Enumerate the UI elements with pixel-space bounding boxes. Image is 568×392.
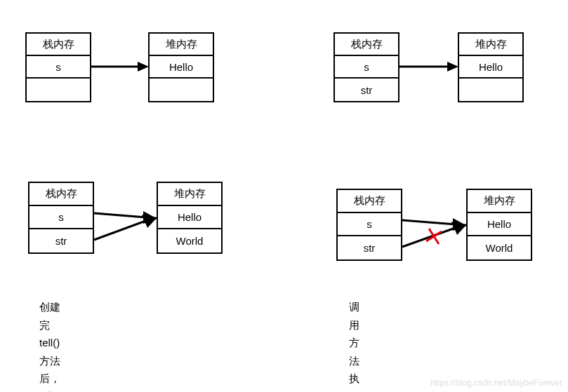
svg-line-6 bbox=[94, 220, 147, 240]
heap-box: 堆内存 Hello World bbox=[466, 189, 532, 261]
heap-cell-hello: Hello bbox=[150, 56, 213, 79]
heap-cell-hello: Hello bbox=[459, 56, 522, 79]
heap-box: 堆内存 Hello bbox=[148, 32, 214, 102]
stack-box: 栈内存 s bbox=[25, 32, 91, 102]
heap-header: 堆内存 bbox=[468, 190, 531, 213]
caption-bottom-right: 调用方法执行 str指向断开 bbox=[349, 298, 361, 392]
caption-line1: 调用方法执行 bbox=[349, 298, 361, 392]
heap-cell-world: World bbox=[158, 229, 221, 252]
stack-cell-s: s bbox=[338, 213, 401, 236]
arrow-s-to-hello bbox=[91, 60, 149, 74]
stack-header: 栈内存 bbox=[335, 34, 398, 56]
heap-cell-world: World bbox=[468, 236, 531, 259]
stack-box: 栈内存 s str bbox=[336, 189, 402, 261]
stack-header: 栈内存 bbox=[29, 183, 93, 206]
heap-cell-hello: Hello bbox=[158, 206, 221, 229]
stack-box: 栈内存 s str bbox=[28, 182, 94, 254]
caption-bottom-left: 创建完tell()方法后，s和str 同时都指向Hello bbox=[39, 298, 63, 392]
heap-box: 堆内存 Hello bbox=[458, 32, 524, 102]
caption-line1: 创建完tell()方法后，s和str bbox=[39, 298, 63, 392]
stack-header: 栈内存 bbox=[338, 190, 401, 213]
stack-cell-str: str bbox=[335, 79, 398, 101]
stack-cell-str: str bbox=[338, 236, 401, 259]
heap-header: 堆内存 bbox=[158, 183, 221, 206]
stack-cell-str: str bbox=[29, 229, 93, 252]
stack-box: 栈内存 s str bbox=[333, 32, 399, 102]
svg-marker-1 bbox=[138, 62, 149, 72]
stack-header: 栈内存 bbox=[27, 34, 90, 56]
arrow-s-to-hello bbox=[399, 60, 458, 74]
stack-cell-empty bbox=[27, 79, 90, 101]
heap-header: 堆内存 bbox=[150, 34, 213, 56]
heap-cell-empty bbox=[459, 79, 522, 101]
stack-cell-s: s bbox=[27, 56, 90, 79]
stack-cell-s: s bbox=[29, 206, 93, 229]
watermark: https://blog.csdn.net/MaybeForever bbox=[430, 378, 562, 388]
heap-cell-hello: Hello bbox=[468, 213, 531, 236]
heap-header: 堆内存 bbox=[459, 34, 522, 56]
stack-cell-s: s bbox=[335, 56, 398, 79]
break-mark-2 bbox=[426, 231, 442, 241]
heap-cell-empty bbox=[150, 79, 213, 101]
arrow-str-to-hello-broken bbox=[402, 217, 467, 252]
svg-marker-3 bbox=[447, 62, 458, 72]
arrow-str-to-hello bbox=[94, 210, 157, 245]
heap-box: 堆内存 Hello World bbox=[157, 182, 223, 254]
